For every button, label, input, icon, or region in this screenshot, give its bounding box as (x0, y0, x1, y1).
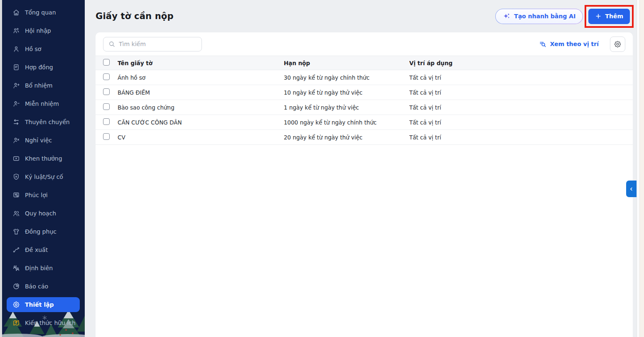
home-icon (12, 9, 20, 16)
org-chart-icon (12, 264, 20, 272)
cell-document-name: CĂN CƯỚC CÔNG DÂN (118, 119, 284, 126)
sidebar-item-org-chart-14[interactable]: Định biên (7, 261, 80, 276)
row-checkbox[interactable] (103, 73, 110, 80)
sidebar-item-document-3[interactable]: Hợp đồng (7, 60, 80, 75)
user-icon (12, 45, 20, 53)
sidebar-item-gear-16[interactable]: Thiết lập (7, 297, 80, 312)
cell-document-name: Ảnh hồ sơ (118, 74, 284, 81)
shield-x-icon (12, 173, 20, 181)
search-icon (108, 40, 116, 48)
sidebar-item-pie-chart-15[interactable]: Báo cáo (7, 279, 80, 294)
window-edge-strip (640, 0, 644, 337)
row-checkbox[interactable] (103, 88, 110, 95)
search-box (103, 37, 202, 51)
user-minus-icon (12, 100, 20, 107)
document-icon (12, 63, 20, 71)
table-settings-button[interactable] (610, 37, 625, 52)
table-row[interactable]: Ảnh hồ sơ 30 ngày kể từ ngày chính thức … (96, 70, 633, 85)
pie-chart-icon (12, 283, 20, 290)
award-ticket-icon (12, 155, 20, 162)
card-toolbar: Xem theo vị trí (96, 32, 633, 56)
sidebar-item-users-11[interactable]: Quy hoạch (7, 206, 80, 221)
collapse-panel-tab[interactable] (626, 181, 637, 197)
cell-document-name: Bào sao công chứng (118, 104, 284, 111)
user-plus-icon (12, 82, 20, 89)
plus-icon (595, 13, 602, 20)
sidebar-item-route-13[interactable]: Đề xuất (7, 242, 80, 257)
sidebar-item-benefit-card-10[interactable]: Phúc lợi (7, 188, 80, 203)
toolbar-right: Xem theo vị trí (539, 37, 625, 52)
table-row[interactable]: BẢNG ĐIỂM 10 ngày kể từ ngày thử việc Tấ… (96, 85, 633, 100)
chevron-left-icon (629, 186, 634, 192)
search-input[interactable] (119, 41, 197, 47)
sidebar: Tổng quan Hội nhập Hồ sơ Hợp đồng Bổ nhi… (2, 0, 85, 337)
users-group-icon (12, 27, 20, 34)
gear-icon (614, 40, 622, 48)
sidebar-item-user-minus-5[interactable]: Miễn nhiệm (7, 96, 80, 111)
row-checkbox[interactable] (103, 103, 110, 110)
cell-position: Tất cả vị trí (409, 104, 633, 111)
page-header: Giấy tờ cần nộp Tạo nhanh bằng AI Thêm (85, 0, 644, 32)
cell-deadline: 10 ngày kể từ ngày thử việc (284, 89, 409, 96)
cell-deadline: 1000 ngày kể từ ngày chính thức (284, 119, 409, 126)
gear-icon (12, 301, 20, 308)
table-row[interactable]: CV 20 ngày kể từ ngày thử việc Tất cả vị… (96, 130, 633, 145)
select-all-checkbox[interactable] (103, 59, 110, 66)
sidebar-item-knowledge-map-17[interactable]: Kiến thức hữu ích (7, 315, 80, 330)
cell-position: Tất cả vị trí (409, 89, 633, 96)
add-button[interactable]: Thêm (588, 9, 630, 24)
table-row[interactable]: CĂN CƯỚC CÔNG DÂN 1000 ngày kể từ ngày c… (96, 115, 633, 130)
sidebar-item-user-x-7[interactable]: Nghỉ việc (7, 133, 80, 148)
cell-deadline: 30 ngày kể từ ngày chính thức (284, 74, 409, 81)
cell-deadline: 20 ngày kể từ ngày thử việc (284, 134, 409, 141)
app-window: Tổng quan Hội nhập Hồ sơ Hợp đồng Bổ nhi… (0, 0, 644, 337)
right-separator (637, 0, 640, 337)
column-header-position: Vị trí áp dụng (409, 60, 633, 66)
view-by-position-link[interactable]: Xem theo vị trí (539, 40, 599, 48)
user-x-icon (12, 137, 20, 144)
page-title: Giấy tờ cần nộp (96, 11, 174, 21)
route-icon (12, 246, 20, 254)
view-by-position-label: Xem theo vị trí (550, 41, 599, 47)
shirt-icon (12, 228, 20, 235)
ai-quick-create-button[interactable]: Tạo nhanh bằng AI (495, 9, 583, 24)
documents-card: Xem theo vị trí Tên giấy tờ Hạn nộp Vị t… (96, 32, 633, 337)
table-body: Ảnh hồ sơ 30 ngày kể từ ngày chính thức … (96, 70, 633, 145)
column-header-name: Tên giấy tờ (118, 60, 284, 66)
row-checkbox[interactable] (103, 133, 110, 140)
annotation-highlight-box: Thêm (585, 5, 634, 28)
ai-quick-create-label: Tạo nhanh bằng AI (514, 13, 575, 20)
sidebar-item-home-0[interactable]: Tổng quan (7, 5, 80, 20)
cell-position: Tất cả vị trí (409, 74, 633, 81)
header-actions: Tạo nhanh bằng AI Thêm (495, 5, 634, 28)
transfer-arrows-icon (12, 118, 20, 126)
benefit-card-icon (12, 191, 20, 199)
add-button-label: Thêm (605, 13, 623, 20)
knowledge-map-icon (12, 319, 20, 327)
table-row[interactable]: Bào sao công chứng 1 ngày kể từ ngày thử… (96, 100, 633, 115)
column-header-deadline: Hạn nộp (284, 60, 409, 66)
cell-document-name: BẢNG ĐIỂM (118, 89, 284, 96)
cell-position: Tất cả vị trí (409, 134, 633, 141)
cell-document-name: CV (118, 134, 284, 141)
sidebar-item-transfer-arrows-6[interactable]: Thuyên chuyển (7, 115, 80, 129)
sidebar-item-award-ticket-8[interactable]: Khen thưởng (7, 151, 80, 166)
sidebar-item-shirt-12[interactable]: Đồng phục (7, 224, 80, 239)
table-header-row: Tên giấy tờ Hạn nộp Vị trí áp dụng (96, 56, 633, 70)
sidebar-item-shield-x-9[interactable]: Kỷ luật/Sự cố (7, 169, 80, 184)
sparkles-icon (503, 13, 510, 20)
users-icon (12, 210, 20, 217)
sidebar-nav: Tổng quan Hội nhập Hồ sơ Hợp đồng Bổ nhi… (2, 0, 85, 330)
row-checkbox[interactable] (103, 118, 110, 125)
sidebar-item-users-group-1[interactable]: Hội nhập (7, 23, 80, 38)
sidebar-item-user-plus-4[interactable]: Bổ nhiệm (7, 78, 80, 93)
filter-search-icon (539, 40, 547, 48)
sidebar-item-user-2[interactable]: Hồ sơ (7, 42, 80, 56)
main-content: Giấy tờ cần nộp Tạo nhanh bằng AI Thêm (85, 0, 644, 337)
cell-position: Tất cả vị trí (409, 119, 633, 126)
cell-deadline: 1 ngày kể từ ngày thử việc (284, 104, 409, 111)
